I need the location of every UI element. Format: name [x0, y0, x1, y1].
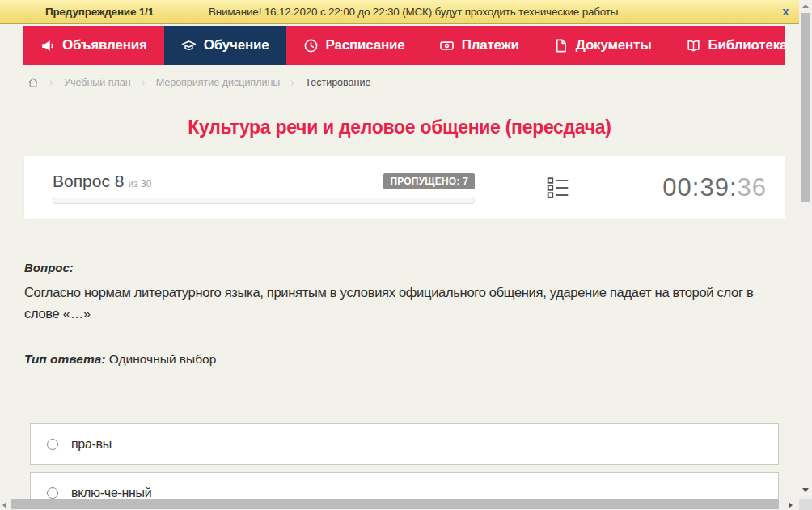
graduation-cap-icon — [181, 38, 197, 53]
breadcrumb-separator-icon — [140, 79, 147, 87]
breadcrumb-discipline-event[interactable]: Мероприятие дисциплины — [156, 77, 281, 88]
breadcrumb-curriculum[interactable]: Учебный план — [64, 77, 131, 88]
warning-banner: Предупреждение 1/1 Внимание! 16.12.2020 … — [0, 0, 799, 24]
horizontal-scrollbar-thumb[interactable] — [11, 499, 779, 509]
clock-icon — [303, 38, 319, 53]
answer-type-label: Тип ответа: — [24, 352, 106, 366]
radio-button[interactable] — [47, 439, 58, 450]
home-icon[interactable] — [27, 77, 39, 88]
question-list-icon — [546, 176, 570, 200]
nav-item-payments[interactable]: Платежи — [422, 26, 536, 65]
scroll-up-arrow[interactable] — [802, 4, 809, 8]
question-block: Вопрос: Согласно нормам литературного яз… — [24, 261, 785, 367]
page-title: Культура речи и деловое общение (пересда… — [0, 117, 799, 138]
scrollbar-corner — [799, 499, 812, 510]
main-nav: Объявления Обучение Расписание Платежи Д… — [23, 26, 785, 65]
timer-main: 00:39: — [662, 173, 737, 202]
nav-item-learning[interactable]: Обучение — [164, 26, 286, 65]
timer: 00:39:36 — [662, 173, 767, 202]
timer-seconds: 36 — [738, 173, 767, 202]
nav-item-documents[interactable]: Документы — [536, 26, 669, 65]
question-heading: Вопрос: — [24, 261, 785, 274]
question-total: из 30 — [128, 178, 151, 189]
option-label: пра-вы — [71, 437, 112, 452]
nav-item-label: Объявления — [62, 37, 147, 53]
warning-message: Внимание! 16.12.2020 с 22:00 до 22:30 (М… — [209, 6, 618, 18]
breadcrumb-separator-icon — [48, 79, 55, 87]
page-viewport: Предупреждение 1/1 Внимание! 16.12.2020 … — [0, 0, 799, 499]
answer-option-1[interactable]: пра-вы — [30, 423, 779, 465]
megaphone-icon — [40, 38, 55, 53]
nav-item-label: Платежи — [462, 37, 519, 53]
vertical-scrollbar[interactable] — [799, 0, 812, 499]
scroll-left-arrow[interactable] — [2, 502, 6, 508]
scroll-right-arrow[interactable] — [789, 502, 793, 508]
banknote-icon — [439, 38, 455, 53]
question-progress-area: Вопрос 8из 30 ПРОПУЩЕНО: 7 — [53, 172, 475, 204]
nav-item-schedule[interactable]: Расписание — [286, 26, 422, 65]
answer-option-2[interactable]: вклю-че-нный — [30, 472, 779, 499]
question-number: Вопрос 8 — [53, 172, 124, 190]
nav-item-label: Обучение — [204, 37, 269, 53]
answer-options: пра-вы вклю-че-нный — [30, 423, 779, 499]
document-icon — [553, 38, 569, 53]
breadcrumb-separator-icon — [289, 79, 296, 87]
horizontal-scrollbar[interactable] — [0, 499, 799, 510]
banner-close-button[interactable]: x — [782, 5, 789, 18]
quiz-header-card: Вопрос 8из 30 ПРОПУЩЕНО: 7 00:39:36 — [24, 156, 785, 219]
nav-item-announcements[interactable]: Объявления — [23, 26, 164, 65]
breadcrumb-testing: Тестирование — [305, 77, 370, 88]
question-list-button[interactable] — [546, 176, 570, 200]
question-text: Согласно нормам литературного языка, при… — [24, 282, 785, 324]
book-icon — [686, 38, 701, 53]
vertical-scrollbar-thumb[interactable] — [801, 13, 810, 202]
radio-button[interactable] — [47, 487, 58, 499]
warning-label: Предупреждение 1/1 — [45, 6, 154, 18]
nav-item-label: Расписание — [326, 37, 405, 53]
nav-item-library[interactable]: Библиотека — [669, 26, 799, 65]
skipped-badge: ПРОПУЩЕНО: 7 — [383, 173, 475, 189]
breadcrumb: Учебный план Мероприятие дисциплины Тест… — [27, 77, 799, 88]
answer-type-value: Одиночный выбор — [109, 352, 217, 366]
scroll-down-arrow[interactable] — [802, 488, 809, 492]
nav-item-label: Библиотека — [708, 37, 788, 53]
progress-bar — [53, 198, 475, 204]
nav-item-label: Документы — [576, 37, 652, 53]
option-label: вклю-че-нный — [71, 486, 151, 499]
